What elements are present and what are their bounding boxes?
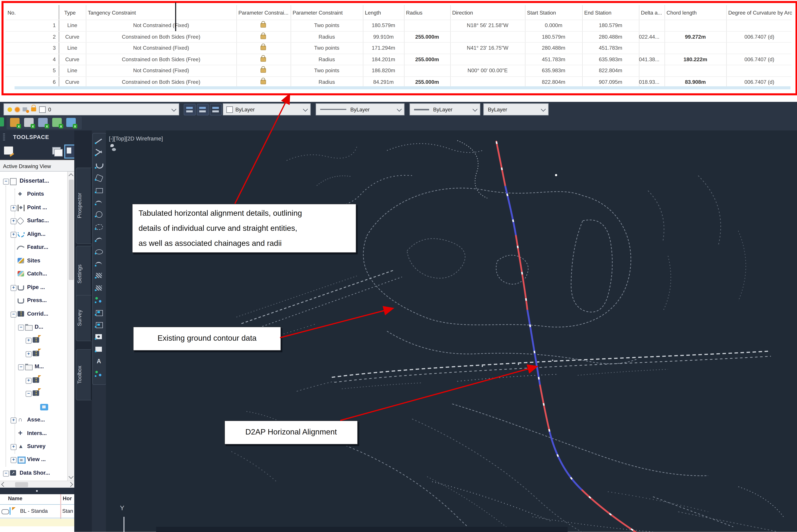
expand-icon[interactable]: +: [11, 457, 17, 463]
cell-delta[interactable]: 041.38...: [639, 54, 664, 65]
polyline-tool-button[interactable]: [94, 149, 103, 158]
cell-start_station[interactable]: 635.983m: [525, 65, 582, 76]
tree-item-dissertat[interactable]: −Dissertat...: [0, 175, 67, 188]
cell-delta[interactable]: [639, 65, 664, 76]
cell-start_station[interactable]: 0.000m: [525, 20, 582, 31]
viewcube-mini-icons[interactable]: [110, 144, 120, 152]
cell-delta[interactable]: 018.93...: [639, 76, 664, 88]
collapse-icon[interactable]: −: [18, 364, 24, 370]
gradient-tool-button[interactable]: [94, 283, 103, 292]
lock-icon[interactable]: [260, 80, 266, 84]
cell-direction[interactable]: N18° 56' 21.58"W: [450, 20, 525, 31]
text-tool-button[interactable]: A: [94, 357, 103, 366]
image-tool-button[interactable]: [94, 332, 103, 341]
cell-type[interactable]: Line: [59, 20, 86, 31]
column-header-direction[interactable]: Direction: [452, 6, 527, 19]
cell-direction[interactable]: [450, 31, 525, 42]
tree-item-catch[interactable]: Catch...: [0, 268, 67, 281]
layer-state-import-button[interactable]: x: [52, 118, 62, 127]
tree-item-surfac[interactable]: +Surfac...: [0, 215, 67, 228]
polygon-tool-button[interactable]: [94, 173, 103, 182]
layer-viewport-freeze-icon[interactable]: [23, 107, 27, 111]
tree-item-point[interactable]: +Point ...: [0, 202, 67, 215]
node-editor-tool-button[interactable]: [94, 369, 103, 378]
cell-no[interactable]: 5: [5, 65, 56, 76]
cell-type[interactable]: Curve: [59, 31, 86, 42]
named-view-tool-button[interactable]: [94, 320, 103, 329]
spline-tool-button[interactable]: [94, 234, 103, 244]
toolspace-titlebar[interactable]: TOOLSPACE: [0, 130, 74, 144]
settings-grid[interactable]: Name Hor BL - Standa Stan: [0, 494, 74, 532]
cell-chord[interactable]: 180.222m: [664, 54, 726, 65]
layer-state-save-button[interactable]: x: [24, 118, 34, 127]
chevron-down-icon[interactable]: [541, 107, 546, 111]
tree-item-m[interactable]: −M...: [0, 361, 67, 374]
panel-grip-icon[interactable]: [3, 133, 5, 140]
new-drawing-icon[interactable]: [4, 147, 13, 154]
cell-length[interactable]: 171.294m: [363, 42, 404, 54]
lock-icon[interactable]: [260, 46, 266, 50]
scroll-up-icon[interactable]: [69, 173, 74, 178]
cell-chord[interactable]: [664, 65, 726, 76]
tree-item-corridor-flag[interactable]: −: [0, 387, 67, 401]
tree-item-sites[interactable]: Sites: [0, 255, 67, 268]
cell-no[interactable]: 2: [5, 31, 56, 42]
hatch-tool-button[interactable]: [94, 271, 103, 280]
collapse-icon[interactable]: −: [18, 325, 24, 331]
cell-tangency[interactable]: Not Constrained (Fixed): [86, 42, 236, 54]
clipped-tool-icon[interactable]: [0, 117, 4, 127]
cell-no[interactable]: 6: [5, 76, 56, 88]
cell-end_station[interactable]: 451.783m: [582, 42, 639, 54]
tree-item-corridor-flag[interactable]: +: [0, 374, 67, 387]
cell-lock[interactable]: [236, 76, 290, 88]
alignment-entities-table[interactable]: No.TypeTangency ConstraintParameter Cons…: [1, 1, 797, 95]
column-header-start_station[interactable]: Start Station: [527, 6, 584, 19]
cell-delta[interactable]: [639, 20, 664, 31]
layer-dropdown[interactable]: 0: [3, 103, 179, 115]
tree-item-pipe[interactable]: +Pipe ...: [0, 281, 67, 294]
tree-item-data-shor[interactable]: −↗Data Shor...: [0, 467, 67, 480]
cell-param[interactable]: Two points: [290, 42, 363, 54]
arc-tool-button[interactable]: [94, 198, 103, 207]
rectangle-tool-button[interactable]: [94, 186, 103, 194]
cell-param[interactable]: Two points: [290, 20, 363, 31]
tree-item-d[interactable]: −D...: [0, 321, 67, 334]
cell-degree[interactable]: [726, 20, 793, 31]
cell-degree[interactable]: [726, 42, 793, 54]
cell-direction[interactable]: [450, 54, 525, 65]
cell-lock[interactable]: [236, 54, 290, 65]
cell-end_station[interactable]: 280.488m: [582, 31, 639, 42]
tree-item-featur[interactable]: Featur...: [0, 242, 67, 254]
cell-start_station[interactable]: 280.488m: [525, 42, 582, 54]
lock-icon[interactable]: [260, 35, 266, 39]
curve-tool-button[interactable]: [94, 161, 103, 170]
plotstyle-dropdown[interactable]: ByLayer: [483, 103, 549, 115]
cell-radius[interactable]: [404, 20, 450, 31]
grid-row-name[interactable]: BL - Standa: [20, 508, 48, 514]
scrollbar-thumb[interactable]: [69, 179, 74, 280]
cell-degree[interactable]: 006.7407 (d): [726, 76, 793, 88]
cell-lock[interactable]: [236, 31, 290, 42]
panel-stack-icon[interactable]: [52, 147, 61, 154]
collapse-icon[interactable]: −: [3, 178, 9, 185]
cell-length[interactable]: 184.201m: [363, 54, 404, 65]
viewport-controls-label[interactable]: [-][Top][2D Wireframe]: [109, 135, 163, 141]
column-header-param[interactable]: Parameter Constraint: [292, 6, 365, 19]
cell-tangency[interactable]: Not Constrained (Fixed): [86, 20, 236, 31]
tree-vertical-scrollbar[interactable]: [67, 172, 75, 481]
tree-item-survey[interactable]: +Survey: [0, 440, 67, 454]
cell-start_station[interactable]: 451.783m: [525, 54, 582, 65]
cell-param[interactable]: Two points: [290, 65, 363, 76]
tree-item-view[interactable]: +View ...: [0, 454, 67, 467]
view-selector[interactable]: Active Drawing View: [0, 159, 74, 172]
scroll-left-icon[interactable]: [1, 482, 6, 487]
tab-settings[interactable]: Settings: [76, 246, 92, 302]
lock-icon[interactable]: [260, 69, 266, 73]
cell-end_station[interactable]: 822.804m: [582, 65, 639, 76]
cell-end_station[interactable]: 180.579m: [582, 20, 639, 31]
cell-no[interactable]: 3: [5, 42, 56, 54]
layer-state-new-button[interactable]: x: [10, 118, 20, 127]
cell-degree[interactable]: [726, 65, 793, 76]
tree-item-asse[interactable]: +Asse...: [0, 414, 67, 427]
cell-radius[interactable]: [404, 65, 450, 76]
